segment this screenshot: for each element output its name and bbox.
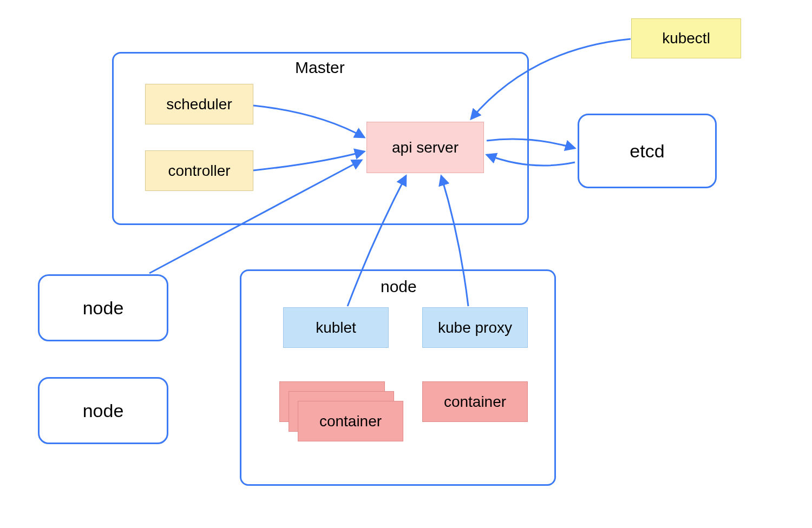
scheduler-box: scheduler — [145, 84, 253, 124]
apiserver-box: api server — [366, 122, 484, 173]
worker-node-box — [240, 269, 556, 486]
etcd-box: etcd — [578, 114, 717, 188]
node-left-1: node — [38, 274, 168, 341]
node-left-2: node — [38, 377, 168, 444]
kubeproxy-box: kube proxy — [422, 307, 528, 348]
container-stack-front: container — [298, 401, 403, 441]
kubectl-box: kubectl — [631, 18, 741, 58]
container-single: container — [422, 381, 528, 422]
kubelet-box: kublet — [283, 307, 389, 348]
worker-node-title: node — [381, 278, 417, 296]
master-title: Master — [295, 58, 345, 77]
controller-box: controller — [145, 150, 253, 191]
